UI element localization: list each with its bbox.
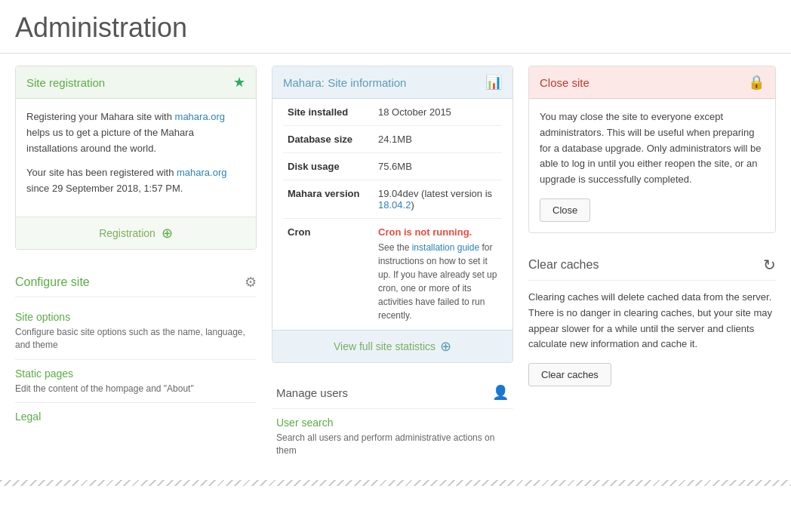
manage-users-title: Manage users bbox=[276, 386, 348, 399]
gear-icon: ⚙ bbox=[245, 274, 257, 291]
column-1: Site registration ★ Registering your Mah… bbox=[8, 66, 264, 430]
main-content: Site registration ★ Registering your Mah… bbox=[0, 54, 791, 477]
user-search-desc: Search all users and perform administrat… bbox=[276, 432, 509, 457]
site-info-header: Mahara: Site information 📊 bbox=[272, 66, 512, 99]
site-registration-body: Registering your Mahara site with mahara… bbox=[16, 99, 256, 217]
value-disk-usage: 75.6MB bbox=[374, 153, 502, 180]
site-info-footer: View full site statistics ⊕ bbox=[272, 330, 512, 362]
user-search-item: User search Search all users and perform… bbox=[272, 408, 513, 465]
wavy-border bbox=[0, 480, 791, 486]
site-info-body: Site installed 18 October 2015 Database … bbox=[272, 99, 512, 330]
close-site-button[interactable]: Close bbox=[540, 198, 590, 222]
table-row: Database size 24.1MB bbox=[283, 126, 502, 153]
table-row: Cron Cron is not running. See the instal… bbox=[283, 219, 502, 331]
clear-caches-title: Clear caches bbox=[528, 258, 599, 272]
close-site-title: Close site bbox=[540, 76, 589, 89]
column-3: Close site 🔒 You may close the site to e… bbox=[521, 66, 783, 386]
static-pages-desc: Edit the content of the hompage and "Abo… bbox=[15, 383, 257, 395]
label-mahara-version: Mahara version bbox=[283, 180, 374, 219]
clear-caches-section: Clear caches ↻ Clearing caches will dele… bbox=[528, 247, 776, 386]
value-db-size: 24.1MB bbox=[374, 126, 502, 153]
static-pages-link[interactable]: Static pages bbox=[15, 367, 73, 380]
installation-guide-link[interactable]: installation guide bbox=[412, 242, 479, 253]
user-search-link[interactable]: User search bbox=[276, 417, 333, 429]
configure-site-section: Configure site ⚙ Site options Configure … bbox=[15, 263, 257, 430]
user-icon: 👤 bbox=[492, 384, 509, 401]
close-site-body: You may close the site to everyone excep… bbox=[529, 99, 775, 232]
label-disk-usage: Disk usage bbox=[283, 153, 374, 180]
close-site-text: You may close the site to everyone excep… bbox=[540, 109, 765, 188]
clear-caches-text: Clearing caches will delete cached data … bbox=[528, 290, 776, 352]
label-cron: Cron bbox=[283, 219, 374, 331]
registration-footer: Registration ⊕ bbox=[16, 217, 256, 249]
legal-item: Legal bbox=[15, 403, 257, 430]
lock-icon: 🔒 bbox=[748, 74, 765, 91]
configure-site-items: Site options Configure basic site option… bbox=[15, 303, 257, 430]
page-title: Administration bbox=[15, 12, 776, 44]
site-options-desc: Configure basic site options such as the… bbox=[15, 326, 257, 352]
table-row: Disk usage 75.6MB bbox=[283, 153, 502, 180]
value-mahara-version: 19.04dev (latest version is 18.04.2) bbox=[374, 180, 502, 219]
mahara-org-link-1[interactable]: mahara.org bbox=[175, 111, 225, 122]
close-site-panel: Close site 🔒 You may close the site to e… bbox=[528, 66, 776, 233]
manage-users-section: Manage users 👤 User search Search all us… bbox=[272, 377, 513, 465]
label-db-size: Database size bbox=[283, 126, 374, 153]
site-registration-title: Site registration bbox=[26, 76, 105, 89]
site-registration-header: Site registration ★ bbox=[16, 66, 256, 99]
configure-site-title: Configure site bbox=[15, 275, 90, 289]
label-site-installed: Site installed bbox=[283, 99, 374, 126]
plus-circle-icon: ⊕ bbox=[162, 225, 173, 241]
site-reg-text2: Your site has been registered with mahar… bbox=[26, 165, 245, 197]
site-options-link[interactable]: Site options bbox=[15, 311, 70, 323]
clear-caches-body: Clearing caches will delete cached data … bbox=[528, 290, 776, 386]
arrow-circle-icon: ⊕ bbox=[440, 338, 451, 355]
static-pages-item: Static pages Edit the content of the hom… bbox=[15, 360, 257, 404]
clear-caches-button[interactable]: Clear caches bbox=[528, 363, 611, 386]
cron-error-text: Cron is not running. bbox=[378, 226, 472, 238]
site-info-title: Mahara: Site information bbox=[283, 76, 406, 89]
site-options-item: Site options Configure basic site option… bbox=[15, 303, 257, 360]
refresh-icon: ↻ bbox=[763, 256, 776, 274]
close-site-header: Close site 🔒 bbox=[529, 66, 775, 99]
registration-link[interactable]: Registration bbox=[99, 227, 155, 239]
legal-link[interactable]: Legal bbox=[15, 411, 41, 423]
column-2: Mahara: Site information 📊 Site installe… bbox=[264, 66, 521, 465]
site-info-table: Site installed 18 October 2015 Database … bbox=[283, 99, 502, 330]
site-info-panel: Mahara: Site information 📊 Site installe… bbox=[272, 66, 513, 363]
view-full-stats-link[interactable]: View full site statistics ⊕ bbox=[334, 338, 451, 355]
value-cron: Cron is not running. See the installatio… bbox=[374, 219, 502, 331]
mahara-version-link[interactable]: 18.04.2 bbox=[378, 199, 411, 211]
value-site-installed: 18 October 2015 bbox=[374, 99, 502, 126]
mahara-org-link-2[interactable]: mahara.org bbox=[177, 167, 226, 178]
table-row: Site installed 18 October 2015 bbox=[283, 99, 502, 126]
chart-icon: 📊 bbox=[485, 74, 502, 91]
cron-note: See the installation guide for instructi… bbox=[378, 241, 497, 322]
site-reg-text1: Registering your Mahara site with mahara… bbox=[26, 109, 245, 156]
star-icon: ★ bbox=[233, 74, 245, 91]
table-row: Mahara version 19.04dev (latest version … bbox=[283, 180, 502, 219]
page-header: Administration bbox=[0, 0, 791, 54]
site-registration-panel: Site registration ★ Registering your Mah… bbox=[15, 66, 257, 250]
